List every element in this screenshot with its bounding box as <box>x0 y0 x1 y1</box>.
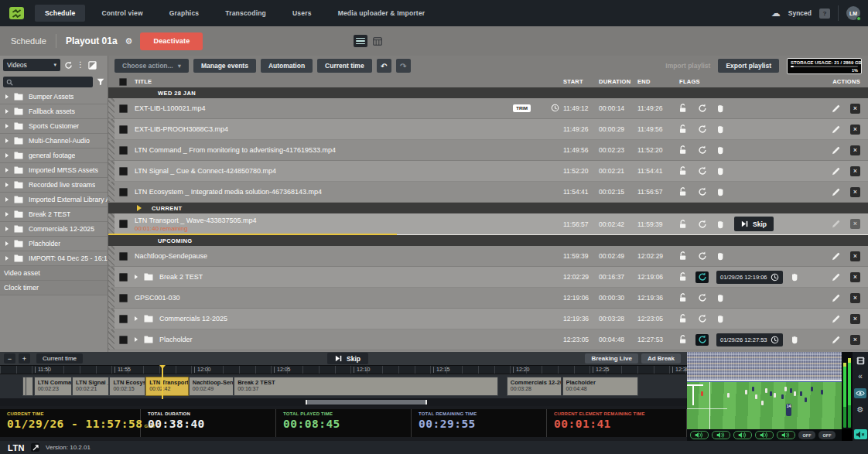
collapse-panel-icon[interactable] <box>88 61 97 70</box>
sidebar-folder-multi-channel-audio[interactable]: Multi-Channel-Audio <box>0 134 108 148</box>
preview-eye-icon[interactable] <box>854 388 866 398</box>
sidebar-folder-recorded-live-streams[interactable]: Recorded live streams <box>0 178 108 193</box>
timeline-block-ltn-transport-wave[interactable]: LTN Transport _ Wave00:02:42 <box>145 377 189 396</box>
timeline-block-placholder[interactable]: Placholder00:04:48 <box>562 377 639 396</box>
recurrence-flag-icon[interactable] <box>695 218 709 230</box>
sidebar-folder-sports-customer[interactable]: Sports Customer <box>0 119 108 134</box>
timeline-block-break-2-test[interactable]: Break 2 TEST00:16:37 <box>234 377 498 396</box>
manual-flag-icon[interactable] <box>716 293 725 302</box>
search-input[interactable] <box>3 77 93 87</box>
delete-button[interactable]: × <box>850 104 860 114</box>
row-checkbox[interactable] <box>119 294 128 302</box>
nav-item-graphics[interactable]: Graphics <box>159 5 209 22</box>
recurrence-flag-icon[interactable] <box>695 166 709 177</box>
ltn-arc-logo-icon[interactable] <box>9 7 24 19</box>
delete-button[interactable]: × <box>850 166 860 176</box>
edit-icon[interactable] <box>832 188 840 196</box>
delete-button[interactable]: × <box>850 187 860 197</box>
asset-type-select[interactable]: Videos ▾ <box>3 59 60 71</box>
playlist-row[interactable]: LTN Ecosystem _ Integrated media solutio… <box>108 182 868 203</box>
timeline-block-commercials-12-2025[interactable]: Commercials 12-202500:03:28 <box>507 377 562 396</box>
unlock-flag-icon[interactable] <box>679 335 688 344</box>
edit-icon[interactable] <box>832 252 840 261</box>
timeline-block-ltn-command-from-monitoring[interactable]: LTN Command _ From monitoring00:02:23 <box>34 377 72 396</box>
expand-caret-icon[interactable] <box>5 212 9 217</box>
expand-caret-icon[interactable] <box>5 256 9 261</box>
manual-flag-icon[interactable] <box>716 251 725 261</box>
drag-handle[interactable] <box>108 98 114 118</box>
audio-channel-button[interactable] <box>755 431 774 439</box>
more-options-icon[interactable]: ⋮ <box>77 61 84 69</box>
edit-icon[interactable] <box>832 336 840 344</box>
edit-icon[interactable] <box>832 273 840 282</box>
edit-icon[interactable] <box>832 294 840 302</box>
drag-handle[interactable] <box>108 140 114 160</box>
playhead-marker[interactable] <box>162 366 163 399</box>
nav-item-transcoding[interactable]: Transcoding <box>215 5 276 22</box>
expand-caret-icon[interactable] <box>135 275 138 279</box>
audio-channel-button[interactable] <box>712 431 730 439</box>
delete-button[interactable]: × <box>850 293 860 303</box>
row-checkbox[interactable] <box>119 188 128 196</box>
delete-button[interactable]: × <box>850 251 860 261</box>
delete-button[interactable]: × <box>850 272 860 282</box>
expand-caret-icon[interactable] <box>5 109 9 114</box>
ad-break-button[interactable]: Ad Break <box>641 353 681 364</box>
nav-item-schedule[interactable]: Schedule <box>35 5 85 22</box>
select-all-checkbox[interactable] <box>119 78 127 86</box>
drag-handle[interactable] <box>108 161 114 181</box>
list-view-toggle[interactable] <box>354 35 367 47</box>
timeline-track[interactable]: LTN Command _ From monitoring00:02:23LTN… <box>0 374 687 398</box>
expand-caret-icon[interactable] <box>5 168 9 172</box>
row-checkbox[interactable] <box>119 273 128 282</box>
expand-caret-icon[interactable] <box>5 138 9 143</box>
manual-flag-icon[interactable] <box>716 187 725 196</box>
audio-channel-button[interactable] <box>733 431 752 439</box>
edit-icon[interactable] <box>832 167 840 176</box>
scrollbar-thumb[interactable] <box>306 400 427 405</box>
calendar-view-toggle[interactable] <box>373 37 382 46</box>
zoom-out-button[interactable]: − <box>4 353 15 364</box>
recurrence-flag-icon[interactable] <box>695 103 709 114</box>
manual-flag-icon[interactable] <box>716 125 725 134</box>
row-checkbox[interactable] <box>119 146 128 155</box>
asset-category-clock-timer[interactable]: Clock timer <box>0 281 108 295</box>
automation-button[interactable]: Automation <box>261 59 313 73</box>
playout-settings-gear-icon[interactable]: ⚙ <box>125 37 133 46</box>
timeline-scrollbar[interactable] <box>0 398 687 406</box>
unlock-flag-icon[interactable] <box>679 125 688 134</box>
recurrence-flag-icon[interactable] <box>695 186 709 198</box>
expand-caret-icon[interactable] <box>5 227 9 231</box>
refresh-icon[interactable] <box>64 61 73 70</box>
recurrence-flag-icon[interactable] <box>695 124 709 135</box>
audio-off-button[interactable]: OFF <box>798 431 815 439</box>
playlist-row[interactable]: LTN Transport _ Wave-433837505.mp400:01:… <box>108 213 868 235</box>
row-checkbox[interactable] <box>119 167 128 176</box>
timeline-skip-button[interactable]: Skip <box>327 353 368 364</box>
manual-flag-icon[interactable] <box>716 145 725 155</box>
timeline-block-ext-lib-prooh3088c3-mp4[interactable] <box>26 377 33 396</box>
drag-handle[interactable] <box>108 267 114 287</box>
unlock-flag-icon[interactable] <box>679 145 688 155</box>
recurrence-flag-icon[interactable] <box>695 313 709 325</box>
expand-caret-icon[interactable] <box>135 316 138 321</box>
delete-button[interactable]: × <box>850 125 860 135</box>
unlock-flag-icon[interactable] <box>679 187 688 196</box>
expand-caret-icon[interactable] <box>135 337 138 342</box>
manual-flag-icon[interactable] <box>716 104 725 113</box>
sidebar-folder-import-04-dec-25-16-13[interactable]: IMPORT: 04 Dec 25 - 16:13 <box>0 251 108 266</box>
edit-icon[interactable] <box>832 146 840 155</box>
playlist-row[interactable]: LTN Command _ From monitoring to adverti… <box>108 140 868 161</box>
delete-button[interactable]: × <box>850 145 860 155</box>
sidebar-folder-break-2-test[interactable]: Break 2 TEST <box>0 207 108 222</box>
row-checkbox[interactable] <box>119 104 128 113</box>
recurrence-flag-icon[interactable] <box>695 292 709 304</box>
drag-handle[interactable] <box>108 182 114 202</box>
playlist-row[interactable]: GPSC001-03012:19:0600:00:3012:19:36× <box>108 288 868 309</box>
redo-button[interactable]: ↷ <box>396 59 411 73</box>
fixed-time-chip[interactable]: 01/29/26 12:19:06 <box>716 271 783 284</box>
sidebar-folder-commercials-12-2025[interactable]: Commercials 12-2025 <box>0 222 108 237</box>
expand-caret-icon[interactable] <box>5 183 9 187</box>
audio-channel-button[interactable] <box>690 431 709 439</box>
playlist-row[interactable]: Commercials 12-202512:19:3600:03:2812:23… <box>108 309 868 329</box>
